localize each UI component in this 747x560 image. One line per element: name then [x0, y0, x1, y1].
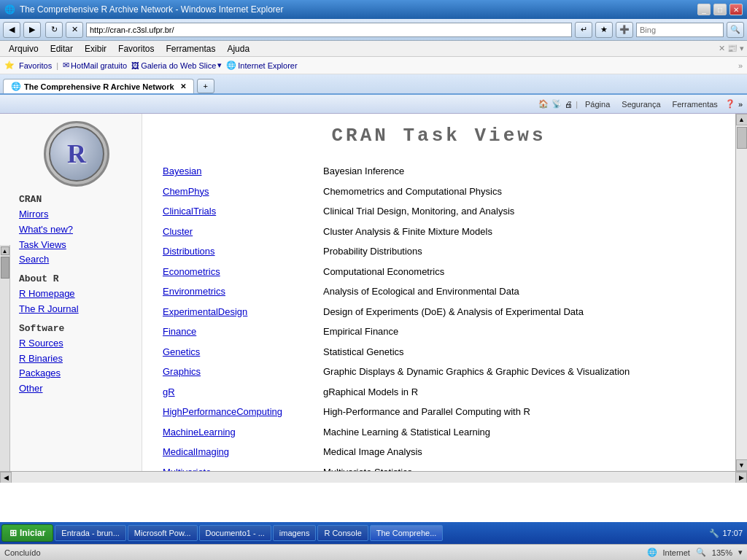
- task-link-machinelearning[interactable]: MachineLearning: [163, 427, 236, 438]
- sidebar-item-whats-new[interactable]: What's new?: [19, 222, 134, 238]
- table-row: Distributions Probability Distributions: [157, 241, 721, 262]
- table-row: Finance Empirical Finance: [157, 322, 721, 342]
- scroll-thumb-sidebar[interactable]: [1, 257, 9, 279]
- menu-exibir[interactable]: Exibir: [79, 42, 112, 55]
- task-link-graphics[interactable]: Graphics: [163, 366, 201, 377]
- fav-galeria[interactable]: 🖼 Galeria do Web Slice ▾: [131, 61, 222, 70]
- help-icon[interactable]: ❓: [725, 99, 735, 109]
- print-icon[interactable]: 🖨: [565, 100, 573, 109]
- r-logo: R: [44, 121, 109, 187]
- window-controls[interactable]: _ □ ✕: [697, 4, 743, 15]
- scroll-left[interactable]: ◀: [0, 472, 12, 483]
- sidebar-item-packages[interactable]: Packages: [19, 366, 134, 381]
- table-row: ExperimentalDesign Design of Experiments…: [157, 302, 721, 322]
- go-button[interactable]: ↵: [575, 22, 592, 38]
- task-link-chemphys[interactable]: ChemPhys: [163, 186, 209, 197]
- stop-button[interactable]: ✕: [66, 22, 83, 38]
- table-row: Econometrics Computational Econometrics: [157, 262, 721, 282]
- seguranca-button[interactable]: Segurança: [617, 99, 665, 109]
- gallery-icon: 🖼: [131, 61, 139, 70]
- menu-favoritos[interactable]: Favoritos: [112, 42, 160, 55]
- about-heading: About R: [19, 273, 134, 284]
- home-icon[interactable]: 🏠: [538, 99, 549, 109]
- sidebar-item-r-homepage[interactable]: R Homepage: [19, 287, 134, 302]
- task-desc-0: Bayesian Inference: [317, 161, 721, 182]
- task-link-genetics[interactable]: Genetics: [163, 346, 200, 357]
- scroll-up-arrow[interactable]: ▲: [1, 246, 9, 255]
- fav-favoritos[interactable]: Favoritos: [19, 61, 52, 70]
- browser-content: ▲ R CRAN Mirrors What's new? Task Views …: [0, 114, 747, 471]
- menu-ferramentas[interactable]: Ferramentas: [160, 42, 221, 55]
- tab-close-icon[interactable]: ✕: [180, 82, 186, 90]
- scroll-down[interactable]: ▼: [736, 459, 748, 471]
- sidebar-item-other[interactable]: Other: [19, 381, 134, 397]
- back-button[interactable]: ◀: [3, 22, 20, 38]
- favorites-icon[interactable]: ★: [595, 22, 613, 38]
- favorites-bar: ⭐ Favoritos | ✉ HotMail gratuito 🖼 Galer…: [0, 57, 747, 74]
- hotmail-icon: ✉: [63, 61, 69, 70]
- tab-cran[interactable]: 🌐 The Comprehensive R Archive Network ✕: [3, 79, 194, 93]
- table-row: Genetics Statistical Genetics: [157, 342, 721, 362]
- forward-button[interactable]: ▶: [23, 22, 41, 38]
- r-logo-text: R: [67, 139, 86, 169]
- task-link-econometrics[interactable]: Econometrics: [163, 266, 220, 277]
- sidebar-item-task-views[interactable]: Task Views: [19, 238, 134, 253]
- maximize-button[interactable]: □: [713, 4, 727, 15]
- task-desc-7: Design of Experiments (DoE) & Analysis o…: [317, 302, 721, 322]
- close-button[interactable]: ✕: [729, 4, 743, 15]
- sidebar-item-r-sources[interactable]: R Sources: [19, 336, 134, 351]
- task-desc-10: Graphic Displays & Dynamic Graphics & Gr…: [317, 362, 721, 382]
- task-link-bayesian[interactable]: Bayesian: [163, 166, 201, 176]
- menu-editar[interactable]: Editar: [44, 42, 79, 55]
- new-tab-button[interactable]: +: [197, 79, 214, 93]
- task-desc-15: Multivariate Statistics: [317, 462, 721, 472]
- expand-icon[interactable]: »: [738, 100, 743, 109]
- task-link-multivariate[interactable]: Multivariate: [163, 467, 211, 472]
- table-row: Environmetrics Analysis of Ecological an…: [157, 281, 721, 302]
- add-tab-button[interactable]: ➕: [616, 22, 633, 38]
- sidebar-item-mirrors[interactable]: Mirrors: [19, 207, 134, 222]
- pagina-button[interactable]: Página: [581, 99, 614, 109]
- refresh-button[interactable]: ↻: [45, 22, 63, 38]
- task-link-cluster[interactable]: Cluster: [163, 226, 193, 237]
- task-desc-3: Cluster Analysis & Finite Mixture Models: [317, 222, 721, 242]
- address-bar[interactable]: [86, 23, 572, 37]
- ferramentas-button[interactable]: Ferramentas: [668, 99, 722, 109]
- task-desc-14: Medical Image Analysis: [317, 442, 721, 462]
- menu-ajuda[interactable]: Ajuda: [221, 42, 255, 55]
- cran-section: CRAN Mirrors What's new? Task Views Sear…: [19, 194, 134, 268]
- ie-fav-icon: 🌐: [226, 61, 236, 70]
- main-scrollbar[interactable]: ▲ ▼: [735, 114, 747, 471]
- task-link-highperformancecomputing[interactable]: HighPerformanceComputing: [163, 406, 282, 417]
- sidebar-item-search[interactable]: Search: [19, 252, 134, 268]
- task-link-distributions[interactable]: Distributions: [163, 246, 215, 257]
- menu-arquivo[interactable]: Arquivo: [3, 42, 44, 55]
- title-bar: 🌐 The Comprehensive R Archive Network - …: [0, 0, 747, 19]
- ie-icon: 🌐: [4, 4, 15, 15]
- sidebar-scrollbar[interactable]: ▲: [0, 245, 10, 471]
- task-link-gr[interactable]: gR: [163, 386, 175, 397]
- search-button[interactable]: 🔍: [727, 22, 744, 38]
- sidebar-item-r-binaries[interactable]: R Binaries: [19, 351, 134, 367]
- task-desc-6: Analysis of Ecological and Environmental…: [317, 281, 721, 302]
- favorites-star: ⭐: [4, 61, 15, 70]
- task-link-clinicaltrials[interactable]: ClinicalTrials: [163, 206, 216, 217]
- table-row: MachineLearning Machine Learning & Stati…: [157, 422, 721, 443]
- task-link-finance[interactable]: Finance: [163, 326, 196, 337]
- about-section: About R R Homepage The R Journal: [19, 273, 134, 317]
- task-link-environmetrics[interactable]: Environmetrics: [163, 286, 225, 297]
- scroll-up[interactable]: ▲: [736, 114, 748, 125]
- task-link-experimentaldesign[interactable]: ExperimentalDesign: [163, 306, 247, 317]
- scroll-right[interactable]: ▶: [735, 472, 747, 483]
- scroll-thumb[interactable]: [737, 127, 747, 149]
- fav-hotmail[interactable]: ✉ HotMail gratuito: [63, 61, 127, 70]
- task-link-medicalimaging[interactable]: MedicalImaging: [163, 446, 229, 457]
- rss-icon[interactable]: 📡: [551, 99, 562, 109]
- bing-search-input[interactable]: [636, 23, 724, 37]
- fav-ie[interactable]: 🌐 Internet Explorer: [226, 61, 297, 70]
- task-desc-8: Empirical Finance: [317, 322, 721, 342]
- horizontal-scrollbar[interactable]: ◀ ▶: [0, 471, 747, 483]
- ie-toolbar: 🏠 📡 🖨 | Página Segurança Ferramentas ❓ »: [0, 95, 747, 114]
- sidebar-item-r-journal[interactable]: The R Journal: [19, 302, 134, 317]
- minimize-button[interactable]: _: [697, 4, 711, 15]
